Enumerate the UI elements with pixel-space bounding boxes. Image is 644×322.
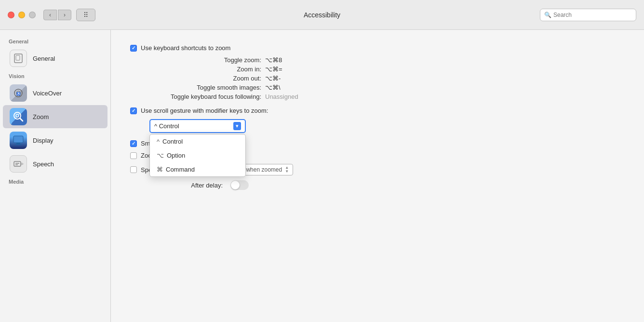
search-box[interactable]: 🔍 bbox=[540, 9, 636, 21]
svg-rect-10 bbox=[15, 144, 22, 145]
after-delay-toggle[interactable] bbox=[230, 180, 249, 190]
sidebar-label-speech: Speech bbox=[33, 161, 54, 168]
toggle-keyboard-focus-label: Toggle keyboard focus following: bbox=[149, 93, 265, 100]
scroll-gesture-row: Use scroll gesture with modifier keys to… bbox=[130, 107, 625, 114]
zoom-in-label: Zoom in: bbox=[149, 66, 265, 73]
content-area: Use keyboard shortcuts to zoom Toggle zo… bbox=[111, 30, 644, 322]
search-icon: 🔍 bbox=[544, 12, 551, 18]
nav-buttons: ‹ › bbox=[43, 10, 71, 20]
sidebar-label-display: Display bbox=[33, 137, 54, 144]
modifier-key-dropdown-wrapper: ^ Control ▾ ^ Control ⌥ Option ⌘ bbox=[149, 119, 246, 133]
svg-rect-9 bbox=[16, 143, 20, 144]
svg-rect-12 bbox=[15, 163, 19, 164]
speak-items-checkbox[interactable] bbox=[130, 166, 137, 173]
command-label: Command bbox=[166, 166, 195, 173]
general-icon bbox=[10, 50, 27, 67]
toggle-zoom-row: Toggle zoom: ⌥⌘8 bbox=[149, 56, 625, 64]
forward-button[interactable]: › bbox=[58, 10, 71, 20]
svg-rect-1 bbox=[16, 55, 20, 60]
control-label: Control bbox=[162, 138, 183, 145]
dropdown-area: ^ Control ▾ ^ Control ⌥ Option ⌘ bbox=[149, 119, 625, 133]
svg-rect-11 bbox=[14, 161, 21, 166]
dropdown-selected-text: ^ Control bbox=[154, 122, 179, 130]
sidebar-item-display[interactable]: Display bbox=[3, 129, 107, 152]
sidebar-section-vision: Vision bbox=[0, 70, 110, 81]
sidebar-label-voiceover: VoiceOver bbox=[33, 90, 62, 97]
toggle-smooth-shortcut: ⌥⌘\ bbox=[265, 84, 281, 91]
scroll-gesture-checkbox[interactable] bbox=[130, 107, 137, 114]
after-delay-label: After delay: bbox=[130, 182, 227, 189]
option-prefix: ⌥ bbox=[157, 152, 164, 159]
modifier-key-dropdown[interactable]: ^ Control ▾ bbox=[149, 119, 246, 133]
dropdown-menu: ^ Control ⌥ Option ⌘ Command bbox=[149, 134, 246, 177]
sidebar-item-speech[interactable]: Speech bbox=[3, 152, 107, 175]
toggle-smooth-label: Toggle smooth images: bbox=[149, 84, 265, 91]
zoom-in-row: Zoom in: ⌥⌘= bbox=[149, 66, 625, 73]
shortcut-table: Toggle zoom: ⌥⌘8 Zoom in: ⌥⌘= Zoom out: … bbox=[149, 56, 625, 100]
speech-icon bbox=[10, 155, 27, 173]
keyboard-shortcuts-row: Use keyboard shortcuts to zoom bbox=[130, 44, 625, 52]
zoom-out-shortcut: ⌥⌘- bbox=[265, 75, 281, 82]
toggle-zoom-label: Toggle zoom: bbox=[149, 56, 265, 64]
keyboard-shortcuts-label: Use keyboard shortcuts to zoom bbox=[141, 44, 230, 52]
dropdown-arrow-icon: ▾ bbox=[233, 122, 241, 130]
zoom-out-label: Zoom out: bbox=[149, 75, 265, 82]
scroll-gesture-label: Use scroll gesture with modifier keys to… bbox=[141, 107, 268, 114]
sidebar-item-zoom[interactable]: Zoom bbox=[3, 105, 107, 128]
close-button[interactable] bbox=[8, 12, 14, 18]
zoom-out-row: Zoom out: ⌥⌘- bbox=[149, 75, 625, 82]
sidebar: General General Vision ♿ VoiceOver bbox=[0, 30, 111, 322]
option-label: Option bbox=[167, 152, 185, 159]
maximize-button[interactable] bbox=[29, 12, 36, 18]
sidebar-label-general: General bbox=[33, 55, 55, 62]
zoom-follow-checkbox[interactable] bbox=[130, 152, 137, 159]
grid-button[interactable]: ⠿ bbox=[76, 9, 95, 21]
display-icon bbox=[10, 132, 27, 149]
main-layout: General General Vision ♿ VoiceOver bbox=[0, 30, 644, 322]
toggle-keyboard-focus-shortcut: Unassigned bbox=[265, 93, 298, 100]
smooth-images-checkbox[interactable] bbox=[130, 140, 137, 147]
voiceover-icon: ♿ bbox=[10, 84, 27, 102]
sidebar-label-zoom: Zoom bbox=[33, 113, 49, 121]
toggle-smooth-row: Toggle smooth images: ⌥⌘\ bbox=[149, 84, 625, 91]
search-input[interactable] bbox=[553, 12, 632, 18]
svg-rect-8 bbox=[13, 136, 23, 143]
dropdown-option-option[interactable]: ⌥ Option bbox=[150, 148, 245, 162]
dropdown-option-command[interactable]: ⌘ Command bbox=[150, 162, 245, 176]
back-button[interactable]: ‹ bbox=[43, 10, 57, 20]
toggle-knob bbox=[231, 181, 240, 189]
dropdown-option-control[interactable]: ^ Control bbox=[150, 134, 245, 148]
control-prefix: ^ bbox=[157, 138, 160, 145]
svg-point-7 bbox=[16, 114, 19, 117]
minimize-button[interactable] bbox=[18, 12, 25, 18]
sidebar-section-media: Media bbox=[0, 176, 110, 187]
window-title: Accessibility bbox=[304, 11, 340, 19]
titlebar: ‹ › ⠿ Accessibility 🔍 bbox=[0, 0, 644, 30]
zoom-icon bbox=[10, 108, 27, 125]
traffic-lights bbox=[8, 12, 36, 18]
sidebar-item-general[interactable]: General bbox=[3, 47, 107, 70]
after-delay-row: After delay: bbox=[130, 180, 625, 190]
keyboard-shortcuts-checkbox[interactable] bbox=[130, 45, 137, 52]
toggle-keyboard-focus-row: Toggle keyboard focus following: Unassig… bbox=[149, 93, 625, 100]
command-prefix: ⌘ bbox=[157, 166, 163, 173]
dropdown-prefix: ^ bbox=[154, 122, 159, 130]
svg-rect-13 bbox=[15, 164, 18, 165]
svg-line-6 bbox=[20, 119, 23, 121]
toggle-zoom-shortcut: ⌥⌘8 bbox=[265, 56, 282, 64]
sidebar-section-general: General bbox=[0, 36, 110, 46]
sidebar-item-voiceover[interactable]: ♿ VoiceOver bbox=[3, 81, 107, 105]
dropdown-value: Control bbox=[159, 122, 179, 130]
zoom-in-shortcut: ⌥⌘= bbox=[265, 66, 282, 73]
svg-text:♿: ♿ bbox=[16, 92, 21, 96]
stepper-arrows: ▲ ▼ bbox=[285, 166, 289, 174]
